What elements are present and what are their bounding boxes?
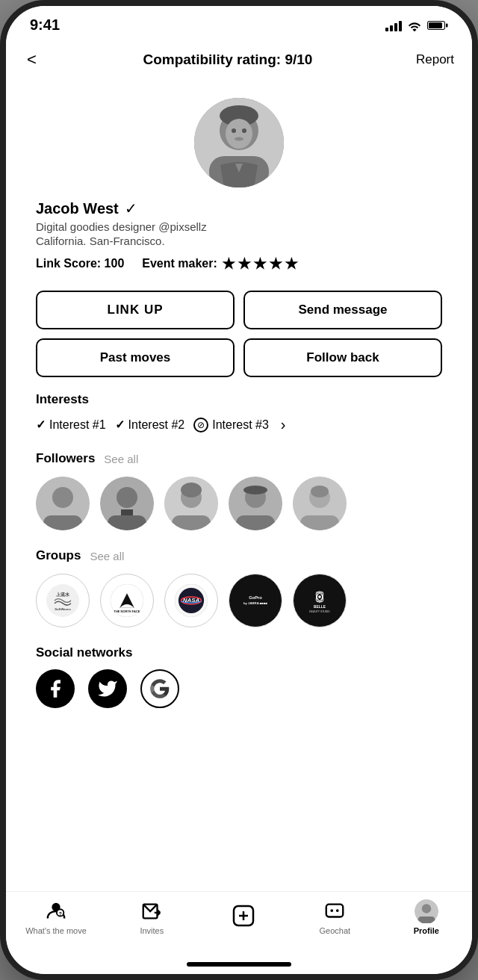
svg-rect-42 — [239, 584, 272, 617]
svg-text:上流水: 上流水 — [56, 592, 70, 597]
svg-rect-62 — [326, 905, 344, 917]
past-moves-button[interactable]: Past moves — [36, 338, 235, 377]
followers-title: Followers — [36, 451, 95, 466]
svg-rect-2 — [429, 22, 442, 28]
svg-rect-15 — [43, 515, 82, 530]
svg-rect-22 — [172, 515, 211, 530]
svg-rect-31 — [300, 515, 339, 530]
star-1: ★ — [222, 255, 235, 273]
interests-section: Interests ✓ Interest #1 ✓ Interest #2 ⊘ … — [6, 380, 472, 439]
follower-4[interactable] — [229, 477, 282, 530]
followers-section: Followers See all — [6, 439, 472, 536]
link-up-button[interactable]: LINK UP — [36, 291, 235, 329]
link-score: Link Score: 100 — [36, 257, 124, 270]
group-northface[interactable]: THE NORTH FACE — [100, 574, 154, 627]
svg-point-17 — [117, 487, 137, 508]
bottom-nav: ? What's the move Invites — [6, 891, 472, 956]
follower-1[interactable] — [36, 477, 90, 530]
star-5: ★ — [285, 255, 298, 273]
signal-icon — [385, 19, 402, 31]
svg-point-11 — [242, 128, 246, 133]
follower-2[interactable] — [100, 477, 154, 530]
header-title: Compatibility rating: 9/10 — [143, 52, 312, 68]
svg-point-66 — [422, 904, 431, 913]
svg-rect-19 — [121, 509, 133, 515]
geochat-icon — [323, 899, 347, 923]
action-buttons: LINK UP Send message Past moves Follow b… — [6, 285, 472, 380]
svg-point-14 — [52, 487, 73, 508]
nav-geochat-label: Geochat — [319, 926, 350, 935]
profile-stats: Link Score: 100 Event maker: ★ ★ ★ ★ ★ — [36, 255, 442, 273]
svg-point-9 — [226, 119, 252, 149]
nav-profile[interactable]: Profile — [400, 899, 453, 935]
nav-profile-label: Profile — [414, 926, 439, 935]
svg-text:THE NORTH FACE: THE NORTH FACE — [114, 610, 140, 613]
groups-header: Groups See all — [36, 548, 442, 563]
svg-text:SoftWaves: SoftWaves — [55, 607, 71, 611]
name-row: Jacob West ✓ — [36, 199, 442, 217]
profile-info: Jacob West ✓ Digital goodies designer @p… — [6, 199, 472, 285]
avatar-section — [6, 83, 472, 199]
follow-back-button[interactable]: Follow back — [243, 338, 442, 377]
facebook-icon[interactable] — [36, 669, 75, 708]
phone-shell: 9:41 < Compatibility rating: 9/10 — [0, 0, 478, 980]
svg-text:GoPro: GoPro — [249, 595, 262, 600]
svg-rect-18 — [108, 515, 146, 530]
profile-nav-icon — [415, 899, 438, 923]
back-button[interactable]: < — [24, 47, 40, 72]
twitter-icon[interactable] — [88, 669, 127, 708]
interest-1: ✓ Interest #1 — [36, 418, 106, 432]
svg-point-64 — [336, 909, 339, 912]
svg-rect-3 — [446, 23, 448, 27]
groups-section: Groups See all SoftWaves 上流水 — [6, 536, 472, 633]
report-button[interactable]: Report — [416, 52, 454, 67]
groups-title: Groups — [36, 548, 81, 563]
google-icon[interactable] — [140, 669, 179, 708]
followers-see-all[interactable]: See all — [104, 453, 138, 465]
svg-text:BELLE: BELLE — [314, 605, 326, 609]
nav-invites[interactable]: Invites — [125, 899, 178, 935]
follower-5[interactable] — [293, 477, 347, 530]
send-message-button[interactable]: Send message — [243, 291, 442, 329]
person-icon: ? — [44, 899, 68, 923]
group-gopro[interactable]: GoPro by JABRA ■■■■ — [229, 574, 282, 627]
svg-point-10 — [232, 128, 236, 133]
phone-screen: 9:41 < Compatibility rating: 9/10 — [6, 6, 472, 974]
stars: ★ ★ ★ ★ ★ — [222, 255, 298, 273]
group-belle[interactable]: BELLE BEAUTY STUDIO — [293, 574, 347, 627]
social-section: Social networks — [6, 633, 472, 714]
nav-add[interactable] — [217, 904, 270, 931]
interest-2: ✓ Interest #2 — [115, 418, 185, 432]
chevron-right-icon[interactable]: › — [281, 416, 286, 433]
status-bar: 9:41 — [6, 6, 472, 40]
svg-point-32 — [311, 486, 329, 497]
verified-icon: ✓ — [125, 199, 137, 217]
wifi-icon — [406, 19, 423, 31]
event-maker: Event maker: ★ ★ ★ ★ ★ — [142, 255, 298, 273]
svg-text:?: ? — [59, 911, 62, 917]
interest-3-label: Interest #3 — [212, 418, 269, 432]
follower-3[interactable] — [164, 477, 218, 530]
interests-row: ✓ Interest #1 ✓ Interest #2 ⊘ Interest #… — [36, 416, 442, 433]
followers-row — [36, 477, 442, 530]
social-row — [36, 669, 442, 708]
group-softwaves[interactable]: SoftWaves 上流水 — [36, 574, 90, 627]
content-scroll: Jacob West ✓ Digital goodies designer @p… — [6, 83, 472, 891]
interest-2-label: Interest #2 — [128, 418, 185, 432]
status-time: 9:41 — [30, 16, 60, 34]
nav-whats-the-move-label: What's the move — [25, 926, 87, 935]
star-2: ★ — [238, 255, 251, 273]
nav-whats-the-move[interactable]: ? What's the move — [25, 899, 87, 935]
group-nasa[interactable]: NASA — [164, 574, 218, 627]
add-icon — [232, 904, 255, 928]
profile-location: California. San-Francisco. — [36, 235, 442, 247]
svg-point-23 — [181, 483, 202, 497]
svg-rect-67 — [418, 917, 435, 923]
profile-name: Jacob West — [36, 200, 119, 217]
followers-header: Followers See all — [36, 451, 442, 466]
groups-row: SoftWaves 上流水 THE NORTH FACE — [36, 574, 442, 627]
svg-point-12 — [235, 137, 243, 141]
social-title: Social networks — [36, 645, 442, 660]
groups-see-all[interactable]: See all — [90, 550, 124, 562]
nav-geochat[interactable]: Geochat — [308, 899, 361, 935]
